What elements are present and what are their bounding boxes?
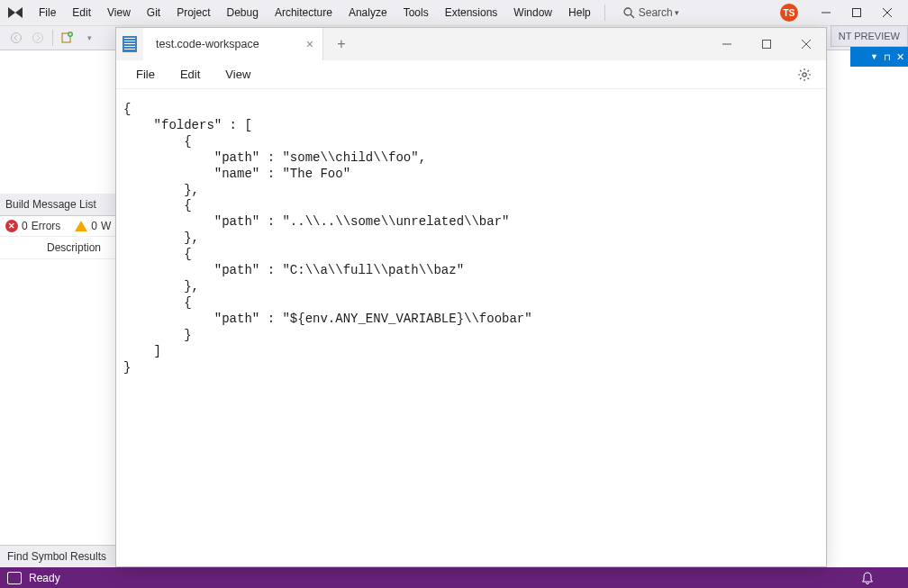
- close-button[interactable]: [872, 2, 903, 23]
- notifications-icon[interactable]: [861, 572, 874, 584]
- menu-git[interactable]: Git: [139, 3, 168, 23]
- separator: [604, 5, 605, 21]
- menu-edit[interactable]: Edit: [64, 3, 99, 23]
- find-symbol-results[interactable]: Find Symbol Results: [0, 545, 117, 567]
- status-text: Ready: [29, 572, 60, 584]
- editor-close-button[interactable]: [786, 28, 826, 60]
- menu-view[interactable]: View: [99, 3, 139, 23]
- editor-tab[interactable]: test.code-workspace ×: [143, 28, 323, 60]
- chevron-down-icon: ▾: [675, 8, 679, 17]
- close-tab-icon[interactable]: ×: [285, 37, 313, 51]
- editor-menubar: File Edit View: [116, 60, 826, 89]
- svg-rect-11: [763, 41, 771, 49]
- menu-architecture[interactable]: Architecture: [267, 3, 340, 23]
- menu-debug[interactable]: Debug: [219, 3, 267, 23]
- nav-forward-icon[interactable]: [28, 28, 48, 48]
- search-label: Search: [639, 6, 673, 19]
- side-panel-tab[interactable]: ▼ ⊓ ✕: [850, 47, 908, 67]
- vs-statusbar: Ready: [0, 567, 908, 588]
- vs-logo-icon: [5, 4, 25, 22]
- close-icon[interactable]: ✕: [896, 51, 904, 63]
- svg-point-6: [12, 33, 22, 43]
- svg-line-1: [631, 14, 634, 18]
- editor-menu-view[interactable]: View: [213, 64, 263, 85]
- new-item-icon[interactable]: [58, 28, 77, 48]
- text-editor-window: test.code-workspace × + File Edit View {…: [115, 27, 827, 567]
- settings-gear-icon[interactable]: [790, 64, 819, 86]
- editor-tab-title: test.code-workspace: [156, 38, 259, 50]
- menu-analyze[interactable]: Analyze: [340, 3, 395, 23]
- vs-menubar: File Edit View Git Project Debug Archite…: [0, 0, 908, 25]
- errors-label: Errors: [32, 220, 61, 232]
- warning-icon: [75, 221, 87, 231]
- search-box[interactable]: Search ▾: [623, 6, 679, 19]
- warnings-label: W: [101, 220, 111, 232]
- editor-maximize-button[interactable]: [747, 28, 786, 60]
- menu-project[interactable]: Project: [168, 3, 218, 23]
- nav-back-icon[interactable]: [6, 28, 26, 48]
- editor-menu-file[interactable]: File: [123, 64, 168, 85]
- warnings-count: 0: [91, 220, 97, 232]
- chevron-down-icon: ▼: [870, 52, 878, 61]
- svg-point-14: [803, 72, 806, 76]
- error-icon: ✕: [5, 220, 18, 232]
- feedback-icon[interactable]: [7, 572, 22, 584]
- description-column-header[interactable]: Description: [0, 237, 117, 259]
- dropdown-icon[interactable]: ▾: [79, 28, 99, 48]
- build-errors-filter[interactable]: ✕ 0 Errors 0 W: [0, 216, 117, 237]
- editor-app-icon: [116, 28, 143, 60]
- build-panel-title: Build Message List: [0, 194, 117, 216]
- preview-button[interactable]: NT PREVIEW: [831, 25, 908, 47]
- menu-file[interactable]: File: [31, 3, 64, 23]
- user-avatar[interactable]: TS: [780, 4, 798, 22]
- new-tab-button[interactable]: +: [323, 28, 359, 60]
- menu-window[interactable]: Window: [505, 3, 560, 23]
- editor-menu-edit[interactable]: Edit: [168, 64, 213, 85]
- editor-minimize-button[interactable]: [707, 28, 747, 60]
- pin-icon[interactable]: ⊓: [884, 52, 891, 62]
- minimize-button[interactable]: [811, 2, 841, 23]
- svg-point-7: [33, 33, 43, 43]
- search-icon: [623, 7, 635, 19]
- svg-rect-3: [853, 9, 861, 17]
- menu-tools[interactable]: Tools: [395, 3, 437, 23]
- svg-point-0: [624, 8, 631, 15]
- build-message-panel: Build Message List ✕ 0 Errors 0 W Descri…: [0, 194, 117, 259]
- editor-content[interactable]: { "folders" : [ { "path" : "some\\child\…: [116, 89, 826, 566]
- maximize-button[interactable]: [841, 2, 872, 23]
- separator: [52, 30, 53, 46]
- menu-help[interactable]: Help: [560, 3, 599, 23]
- menu-extensions[interactable]: Extensions: [437, 3, 506, 23]
- errors-count: 0: [22, 220, 28, 232]
- editor-titlebar: test.code-workspace × +: [116, 28, 826, 60]
